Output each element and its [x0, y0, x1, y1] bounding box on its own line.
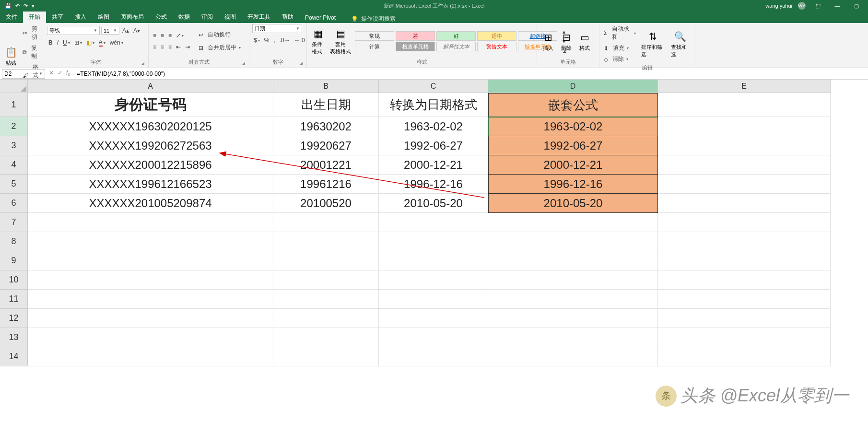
- qat-more-icon[interactable]: ▾: [32, 3, 35, 9]
- cancel-formula-icon[interactable]: ✕: [49, 70, 54, 77]
- dialog-launcher-icon[interactable]: ◢: [242, 61, 245, 66]
- row-header-8[interactable]: 8: [0, 232, 28, 251]
- autosave-icon[interactable]: 💾: [5, 3, 12, 9]
- increase-font-icon[interactable]: A▴: [121, 26, 130, 35]
- cell-D1[interactable]: 嵌套公式: [488, 93, 658, 117]
- style-bad[interactable]: 差: [396, 31, 435, 41]
- cell-A9[interactable]: [28, 251, 273, 270]
- cell-B14[interactable]: [273, 347, 379, 366]
- cell-B3[interactable]: 19920627: [273, 136, 379, 155]
- delete-cells-button[interactable]: ⊟删除: [558, 30, 575, 53]
- tab-review[interactable]: 审阅: [196, 11, 219, 23]
- tab-help[interactable]: 帮助: [276, 11, 299, 23]
- cell-D4[interactable]: 2000-12-21: [488, 155, 658, 175]
- name-box[interactable]: D2 ▼: [2, 69, 45, 79]
- increase-decimal-icon[interactable]: .0→: [278, 36, 292, 45]
- cell-D5[interactable]: 1996-12-16: [488, 175, 658, 194]
- style-good[interactable]: 好: [436, 31, 476, 41]
- cell-D10[interactable]: [488, 270, 658, 290]
- align-right-icon[interactable]: ≡: [167, 43, 173, 51]
- indent-increase-icon[interactable]: ⇥: [184, 43, 191, 51]
- tab-draw[interactable]: 绘图: [92, 11, 115, 23]
- format-as-table-button[interactable]: ▤套用 表格格式: [328, 26, 353, 56]
- cell-B8[interactable]: [273, 232, 379, 251]
- decrease-decimal-icon[interactable]: ←.0: [293, 36, 306, 45]
- cell-A7[interactable]: [28, 213, 273, 232]
- cell-E7[interactable]: [658, 213, 831, 232]
- cell-B13[interactable]: [273, 328, 379, 347]
- row-header-1[interactable]: 1: [0, 93, 28, 117]
- phonetic-button[interactable]: wén▾: [108, 38, 125, 47]
- row-header-5[interactable]: 5: [0, 175, 28, 194]
- cell-A4[interactable]: XXXXXX200012215896: [28, 155, 273, 175]
- row-header-9[interactable]: 9: [0, 251, 28, 270]
- row-header-11[interactable]: 11: [0, 290, 28, 309]
- cell-C13[interactable]: [379, 328, 488, 347]
- cell-C8[interactable]: [379, 232, 488, 251]
- italic-button[interactable]: I: [56, 38, 60, 47]
- cell-B1[interactable]: 出生日期: [273, 93, 379, 117]
- tab-view[interactable]: 视图: [219, 11, 242, 23]
- align-middle-icon[interactable]: ≡: [159, 31, 165, 40]
- conditional-formatting-button[interactable]: ▦条件格式: [310, 26, 326, 56]
- cell-B11[interactable]: [273, 290, 379, 309]
- cell-C5[interactable]: 1996-12-16: [379, 175, 488, 194]
- row-header-4[interactable]: 4: [0, 155, 28, 175]
- cell-E8[interactable]: [658, 232, 831, 251]
- cell-A8[interactable]: [28, 232, 273, 251]
- cell-B5[interactable]: 19961216: [273, 175, 379, 194]
- merge-center-button[interactable]: ⊟ 合并后居中▾: [197, 43, 242, 53]
- cell-E10[interactable]: [658, 270, 831, 290]
- font-size-combo[interactable]: 11▼: [101, 27, 119, 35]
- cell-A14[interactable]: [28, 347, 273, 366]
- cell-C11[interactable]: [379, 290, 488, 309]
- cell-C9[interactable]: [379, 251, 488, 270]
- fx-icon[interactable]: fx: [66, 70, 70, 77]
- minimize-icon[interactable]: —: [831, 3, 844, 9]
- style-check[interactable]: 检查单元格: [396, 42, 435, 51]
- wrap-text-button[interactable]: ↩ 自动换行: [197, 30, 242, 40]
- formula-input[interactable]: =TEXT(MID(A2,7,8),"0000-00-00"): [74, 70, 868, 78]
- indent-decrease-icon[interactable]: ⇤: [175, 43, 182, 51]
- fill-button[interactable]: ⬇ 填充▾: [602, 43, 637, 53]
- align-top-icon[interactable]: ≡: [152, 31, 158, 40]
- col-header-B[interactable]: B: [273, 80, 379, 93]
- cell-C10[interactable]: [379, 270, 488, 290]
- percent-icon[interactable]: %: [263, 36, 271, 45]
- cut-button[interactable]: ✂ 剪切: [21, 24, 40, 42]
- cell-E4[interactable]: [658, 155, 831, 175]
- cell-D3[interactable]: 1992-06-27: [488, 136, 658, 155]
- cell-C14[interactable]: [379, 347, 488, 366]
- fill-color-button[interactable]: ◧▾: [85, 38, 96, 47]
- cell-D13[interactable]: [488, 328, 658, 347]
- tab-formulas[interactable]: 公式: [150, 11, 173, 23]
- redo-icon[interactable]: ↷: [23, 3, 28, 9]
- align-bottom-icon[interactable]: ≡: [167, 31, 173, 40]
- paste-button[interactable]: 📋 粘贴: [3, 45, 19, 68]
- cell-E14[interactable]: [658, 347, 831, 366]
- style-explain[interactable]: 解释性文本: [436, 42, 476, 51]
- tab-data[interactable]: 数据: [173, 11, 196, 23]
- cell-E13[interactable]: [658, 328, 831, 347]
- cell-C2[interactable]: 1963-02-02: [379, 117, 488, 136]
- insert-cells-button[interactable]: ⊞插入: [540, 30, 556, 53]
- col-header-D[interactable]: D: [488, 80, 658, 93]
- row-header-13[interactable]: 13: [0, 328, 28, 347]
- row-header-7[interactable]: 7: [0, 213, 28, 232]
- cell-A12[interactable]: [28, 309, 273, 328]
- style-calc[interactable]: 计算: [355, 42, 394, 51]
- tab-layout[interactable]: 页面布局: [115, 11, 150, 23]
- cell-E11[interactable]: [658, 290, 831, 309]
- enter-formula-icon[interactable]: ✓: [58, 70, 62, 77]
- dialog-launcher-icon[interactable]: ◢: [299, 61, 303, 66]
- row-header-14[interactable]: 14: [0, 347, 28, 366]
- cell-B7[interactable]: [273, 213, 379, 232]
- align-left-icon[interactable]: ≡: [152, 43, 158, 51]
- cell-E12[interactable]: [658, 309, 831, 328]
- cell-C12[interactable]: [379, 309, 488, 328]
- cell-E9[interactable]: [658, 251, 831, 270]
- accounting-icon[interactable]: $▾: [252, 36, 261, 45]
- cell-B6[interactable]: 20100520: [273, 194, 379, 213]
- decrease-font-icon[interactable]: A▾: [132, 26, 141, 35]
- cell-D14[interactable]: [488, 347, 658, 366]
